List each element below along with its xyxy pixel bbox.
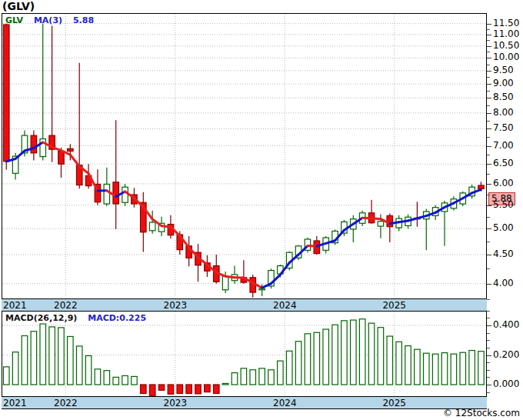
macd-tick-label: 0.200 xyxy=(493,349,519,360)
price-minor-tick xyxy=(487,217,490,218)
price-minor-tick xyxy=(487,52,490,52)
price-tick xyxy=(487,146,491,147)
macd-bar xyxy=(405,346,411,385)
price-tick-label: 8.00 xyxy=(493,107,514,118)
candle-body xyxy=(113,182,119,204)
price-minor-tick xyxy=(487,299,490,300)
macd-bar xyxy=(250,370,256,385)
price-tick-label: 9.50 xyxy=(493,65,514,75)
macd-bar xyxy=(387,336,393,385)
macd-tick xyxy=(487,355,491,356)
macd-bar xyxy=(469,351,475,385)
macd-bar xyxy=(305,334,311,385)
macd-bar xyxy=(314,332,320,385)
price-tick-label: 11.50 xyxy=(493,18,519,28)
price-tick xyxy=(487,255,491,255)
ma3-line-segment xyxy=(390,222,399,224)
macd-histogram-chart xyxy=(2,312,486,396)
price-tick xyxy=(487,58,491,58)
candle-body xyxy=(378,222,384,226)
price-tick xyxy=(487,35,491,35)
macd-bar xyxy=(95,369,101,385)
macd-bar xyxy=(49,327,55,385)
candle-body xyxy=(31,135,37,153)
price-tick xyxy=(487,71,491,72)
year-label: 2021 xyxy=(3,300,27,311)
price-tick-label: 6.50 xyxy=(493,158,514,168)
price-x-axis-years: 20212022202320242025 xyxy=(2,298,487,312)
macd-bar xyxy=(132,376,138,385)
price-y-axis: 5.88 11.5011.0010.5010.009.509.008.508.0… xyxy=(487,13,523,299)
macd-bar xyxy=(323,329,329,385)
candle-body xyxy=(222,276,228,290)
candle-body xyxy=(104,184,110,204)
macd-legend-params: MACD(26,12,9) xyxy=(5,313,77,323)
price-tick xyxy=(487,284,491,285)
macd-bar xyxy=(40,324,46,385)
macd-legend: MACD(26,12,9) MACD:0.225 xyxy=(5,313,154,323)
candle-body xyxy=(149,222,155,231)
macd-bar xyxy=(85,355,92,385)
price-legend: GLV MA(3) 5.88 xyxy=(5,15,102,25)
price-tick-label: 10.00 xyxy=(493,52,519,62)
ma3-line-segment xyxy=(371,218,381,219)
price-minor-tick xyxy=(487,242,490,242)
macd-bar xyxy=(396,342,402,385)
copyright: © 12Stocks.com xyxy=(443,408,520,418)
year-label: 2023 xyxy=(164,398,188,408)
macd-bar xyxy=(378,328,384,385)
year-label: 2025 xyxy=(382,300,406,311)
macd-bar xyxy=(68,336,74,385)
price-tick-label: 5.00 xyxy=(493,222,514,233)
price-tick-label: 4.00 xyxy=(493,278,514,288)
price-minor-tick xyxy=(487,40,490,41)
macd-bar xyxy=(359,319,365,385)
macd-bar xyxy=(168,385,174,394)
macd-bar xyxy=(332,325,338,385)
price-tick xyxy=(487,164,491,165)
price-tick xyxy=(487,98,491,98)
price-tick xyxy=(487,84,491,85)
macd-minor-tick xyxy=(487,370,490,371)
macd-minor-tick xyxy=(487,318,490,318)
macd-bar xyxy=(278,361,284,385)
macd-bar xyxy=(149,385,155,396)
price-minor-tick xyxy=(487,174,490,175)
macd-minor-tick xyxy=(487,392,490,393)
candle-body xyxy=(122,187,128,202)
legend-ma-label: MA(3) xyxy=(34,15,62,25)
macd-legend-value: MACD:0.225 xyxy=(88,313,146,323)
macd-bar xyxy=(104,371,110,385)
price-candlestick-chart xyxy=(2,14,486,298)
ma3-line-segment xyxy=(15,151,25,158)
page-title: (GLV) xyxy=(2,0,35,12)
macd-bar xyxy=(31,332,37,385)
macd-bar xyxy=(76,346,82,385)
year-label: 2025 xyxy=(382,398,406,408)
year-label: 2021 xyxy=(3,398,27,408)
macd-minor-tick xyxy=(487,311,490,312)
macd-minor-tick xyxy=(487,348,490,348)
price-tick xyxy=(487,113,491,114)
macd-y-axis: 0.4000.2000.000 xyxy=(487,311,523,397)
macd-bar xyxy=(368,323,375,385)
macd-bar xyxy=(113,377,119,385)
year-label: 2024 xyxy=(273,398,297,408)
macd-minor-tick xyxy=(487,333,490,334)
year-label: 2024 xyxy=(273,300,297,311)
macd-bar xyxy=(12,352,18,385)
candle-body xyxy=(58,151,65,164)
price-tick-label: 4.50 xyxy=(493,248,514,259)
ma3-line-segment xyxy=(225,276,235,278)
price-tick-label: 10.50 xyxy=(493,40,519,51)
macd-bar xyxy=(341,321,348,385)
macd-minor-tick xyxy=(487,340,490,341)
legend-ma-value: 5.88 xyxy=(73,15,94,25)
price-minor-tick xyxy=(487,77,490,78)
macd-bar xyxy=(58,328,65,385)
candle-body xyxy=(478,185,485,188)
legend-symbol: GLV xyxy=(5,15,23,25)
macd-bar xyxy=(441,353,448,385)
candle-body xyxy=(4,25,10,162)
price-tick-label: 7.50 xyxy=(493,122,514,133)
